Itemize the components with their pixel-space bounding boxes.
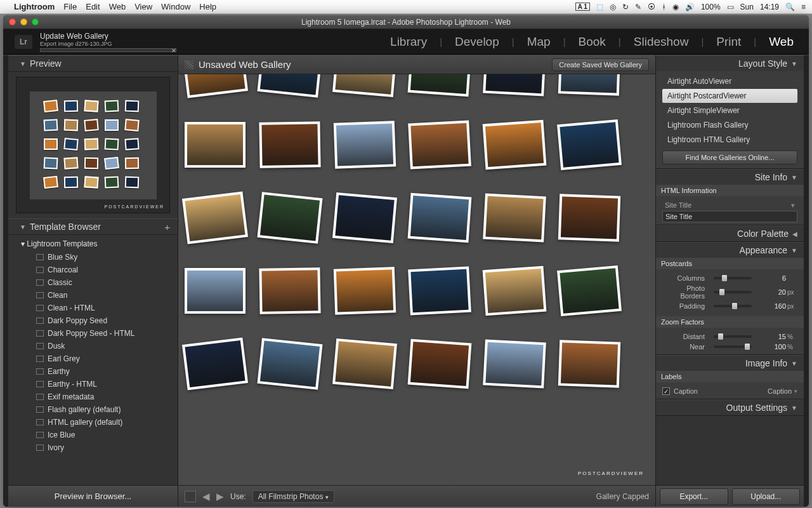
columns-value[interactable]: 6 — [756, 274, 786, 282]
postcard-thumbnail[interactable] — [185, 268, 246, 314]
postcard-thumbnail[interactable] — [558, 194, 620, 241]
caption-menu-icon[interactable]: ▾ — [794, 388, 797, 394]
add-template-icon[interactable]: + — [164, 222, 170, 232]
caption-checkbox[interactable]: ✓ — [662, 387, 670, 395]
template-item[interactable]: Clean — [8, 289, 178, 302]
borders-slider[interactable] — [714, 291, 752, 293]
site-info-header[interactable]: Site Info▼ — [656, 170, 804, 185]
site-title-input[interactable] — [662, 211, 797, 222]
postcard-thumbnail[interactable] — [185, 122, 246, 168]
clock-time[interactable]: 14:19 — [760, 3, 779, 11]
postcard-thumbnail[interactable] — [259, 267, 320, 314]
output-settings-header[interactable]: Output Settings▼ — [656, 400, 804, 415]
module-map[interactable]: Map — [523, 35, 554, 49]
template-item[interactable]: Dark Poppy Seed — [8, 314, 178, 327]
clock-day[interactable]: Sun — [740, 3, 754, 11]
template-folder[interactable]: ▾ Lightroom Templates — [8, 237, 178, 251]
distant-value[interactable]: 15 — [756, 333, 786, 340]
postcard-thumbnail[interactable] — [408, 267, 471, 316]
menu-window[interactable]: Window — [161, 2, 190, 11]
appearance-header[interactable]: Appearance▼ — [656, 243, 804, 258]
next-arrow-icon[interactable]: ▶ — [216, 491, 224, 502]
left-rail-toggle[interactable] — [3, 55, 8, 507]
upload-button[interactable]: Upload... — [732, 488, 801, 505]
padding-slider[interactable] — [714, 305, 752, 307]
preview-panel-header[interactable]: ▼Preview — [8, 55, 178, 72]
module-book[interactable]: Book — [575, 35, 610, 49]
export-button[interactable]: Export... — [660, 488, 728, 505]
template-item[interactable]: Ivory — [8, 441, 178, 454]
template-item[interactable]: Earl Grey — [8, 352, 178, 365]
template-item[interactable]: Dark Poppy Seed - HTML — [8, 327, 178, 340]
template-item[interactable]: Earthy - HTML — [8, 378, 178, 391]
template-item[interactable]: HTML gallery (default) — [8, 416, 178, 429]
caption-value[interactable]: Caption — [768, 387, 792, 395]
module-develop[interactable]: Develop — [451, 35, 503, 49]
template-list[interactable]: ▾ Lightroom Templates Blue SkyCharcoalCl… — [8, 235, 178, 485]
template-item[interactable]: Flash gallery (default) — [8, 403, 178, 416]
postcard-thumbnail[interactable] — [182, 74, 248, 98]
dropbox-icon[interactable]: ⬚ — [596, 3, 603, 11]
gallery-preview[interactable]: POSTCARDVIEWER — [178, 74, 655, 485]
bluetooth-icon[interactable]: ᚼ — [662, 3, 666, 11]
volume-icon[interactable]: 🔊 — [685, 3, 695, 11]
right-rail-toggle[interactable] — [804, 55, 809, 507]
template-item[interactable]: Exif metadata — [8, 391, 178, 403]
template-item[interactable]: Clean - HTML — [8, 302, 178, 314]
layout-style-item[interactable]: Airtight AutoViewer — [662, 74, 797, 88]
preview-in-browser-button[interactable]: Preview in Browser... — [8, 485, 178, 507]
template-item[interactable]: Charcoal — [8, 264, 178, 276]
postcard-thumbnail[interactable] — [483, 120, 547, 170]
battery-icon[interactable]: ▭ — [727, 3, 734, 11]
postcard-thumbnail[interactable] — [257, 192, 322, 244]
prev-arrow-icon[interactable]: ◀ — [202, 491, 210, 502]
layout-style-item[interactable]: Airtight PostcardViewer — [662, 89, 797, 103]
template-item[interactable]: Ice Blue — [8, 429, 178, 441]
layout-style-item[interactable]: Lightroom HTML Gallery — [662, 133, 797, 147]
color-palette-header[interactable]: Color Palette◀ — [656, 226, 804, 241]
menu-view[interactable]: View — [134, 2, 152, 11]
select-toggle[interactable] — [185, 491, 196, 502]
layout-style-header[interactable]: Layout Style▼ — [656, 56, 804, 71]
postcard-thumbnail[interactable] — [332, 74, 397, 97]
padding-value[interactable]: 160 — [756, 302, 786, 310]
module-library[interactable]: Library — [386, 35, 431, 49]
postcard-thumbnail[interactable] — [558, 340, 620, 387]
borders-value[interactable]: 20 — [756, 288, 786, 296]
window-zoom[interactable] — [32, 18, 39, 25]
use-dropdown[interactable]: All Filmstrip Photos ▾ — [252, 490, 334, 503]
near-value[interactable]: 100 — [756, 343, 786, 351]
postcard-thumbnail[interactable] — [483, 74, 546, 96]
menu-file[interactable]: File — [63, 2, 77, 11]
postcard-thumbnail[interactable] — [408, 193, 472, 243]
layout-style-item[interactable]: Airtight SimpleViewer — [662, 104, 797, 117]
site-title-menu-icon[interactable]: ▾ — [791, 201, 795, 210]
distant-slider[interactable] — [714, 335, 752, 338]
postcard-thumbnail[interactable] — [557, 119, 622, 170]
preview-thumbnail[interactable]: POSTCARDVIEWER — [16, 77, 170, 213]
cc-icon[interactable]: ◎ — [610, 3, 616, 11]
postcard-thumbnail[interactable] — [558, 74, 620, 96]
postcard-thumbnail[interactable] — [408, 74, 472, 97]
tray-icon[interactable]: ⦿ — [648, 3, 655, 11]
near-slider[interactable] — [714, 345, 752, 348]
evernote-icon[interactable]: ✎ — [635, 3, 641, 11]
sync-icon[interactable]: ↻ — [622, 3, 629, 11]
layout-style-item[interactable]: Lightroom Flash Gallery — [662, 118, 797, 132]
notification-icon[interactable]: ≡ — [801, 3, 806, 11]
postcard-thumbnail[interactable] — [483, 266, 547, 316]
module-slideshow[interactable]: Slideshow — [630, 35, 693, 49]
postcard-thumbnail[interactable] — [257, 338, 322, 390]
template-item[interactable]: Classic — [8, 276, 178, 289]
module-print[interactable]: Print — [712, 35, 745, 49]
postcard-thumbnail[interactable] — [483, 340, 546, 389]
wifi-icon[interactable]: ◉ — [672, 3, 679, 11]
postcard-thumbnail[interactable] — [332, 338, 397, 389]
find-more-galleries-button[interactable]: Find More Galleries Online... — [662, 150, 797, 164]
postcard-thumbnail[interactable] — [257, 74, 322, 98]
postcard-thumbnail[interactable] — [334, 121, 396, 168]
menu-edit[interactable]: Edit — [86, 2, 100, 11]
template-panel-header[interactable]: ▼Template Browser+ — [8, 218, 178, 235]
battery-percent[interactable]: 100% — [701, 3, 721, 11]
window-close[interactable] — [9, 18, 16, 25]
